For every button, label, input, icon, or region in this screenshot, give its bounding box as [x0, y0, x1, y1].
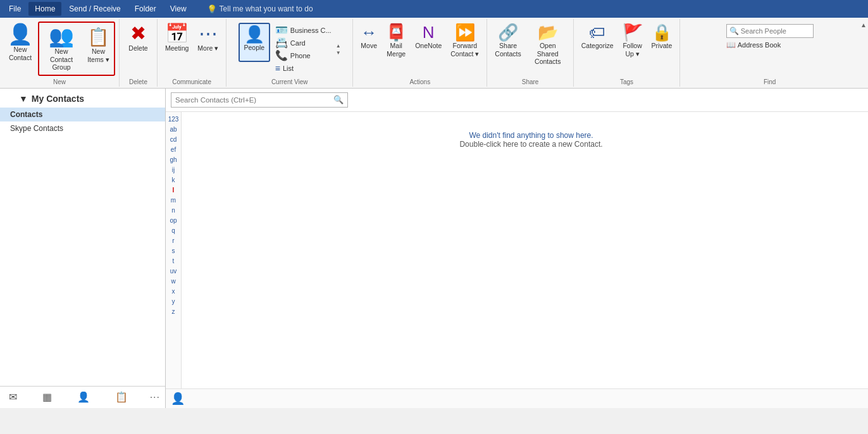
sidebar-item-contacts[interactable]: Contacts [0, 108, 165, 121]
nav-calendar-icon[interactable]: ▦ [39, 389, 56, 405]
search-people-wrapper: 🔍 [726, 24, 814, 38]
alpha-ef[interactable]: ef [166, 145, 181, 155]
more-icon: ⋯ [199, 24, 218, 43]
sidebar-item-skype-contacts[interactable]: Skype Contacts [0, 121, 165, 135]
alpha-n[interactable]: n [166, 206, 181, 216]
search-icon: 🔍 [729, 27, 739, 35]
card-label: Card [290, 39, 306, 47]
categorize-label: Categorize [581, 42, 614, 50]
tell-me-box[interactable]: 💡 Tell me what you want to do [207, 4, 313, 14]
contact-empty-state[interactable]: We didn't find anything to show here. Do… [194, 118, 868, 161]
address-book-button[interactable]: 📖 Address Book [726, 40, 814, 49]
new-items-button[interactable]: 📋 NewItems ▾ [84, 23, 113, 74]
search-people-input[interactable] [741, 27, 810, 35]
alpha-m[interactable]: m [166, 195, 181, 206]
card-icon: 📇 [275, 37, 288, 49]
share-contacts-button[interactable]: 🔗 ShareContacts [491, 22, 524, 61]
onenote-button[interactable]: N OneNote [411, 22, 445, 61]
forward-contact-label: ForwardContact ▾ [450, 42, 479, 58]
forward-contact-button[interactable]: ⏩ ForwardContact ▾ [447, 22, 483, 61]
tags-group-label: Tags [578, 77, 676, 87]
view-card-button[interactable]: 📇 Card [271, 37, 335, 49]
communicate-group-buttons: 📅 Meeting ⋯ More ▾ [161, 22, 222, 77]
alpha-z[interactable]: z [166, 307, 181, 317]
phone-icon: 📞 [275, 49, 288, 61]
mail-merge-button[interactable]: 📮 MailMerge [382, 22, 410, 61]
alpha-ab[interactable]: ab [166, 125, 181, 135]
meeting-button[interactable]: 📅 Meeting [161, 22, 192, 61]
ribbon: 👤 NewContact 👥 New ContactGroup 📋 NewIte… [0, 18, 868, 89]
menu-view[interactable]: View [164, 2, 193, 16]
new-contact-label: NewContact [9, 46, 32, 61]
nav-tasks-icon[interactable]: 📋 [111, 389, 132, 405]
view-phone-button[interactable]: 📞 Phone [271, 49, 335, 61]
nav-contacts-icon[interactable]: 👤 [73, 389, 94, 405]
alpha-y[interactable]: y [166, 297, 181, 307]
search-bar: 🔍 [166, 89, 868, 112]
alpha-123[interactable]: 123 [166, 115, 181, 125]
categorize-button[interactable]: 🏷 Categorize [578, 22, 617, 61]
ribbon-group-communicate: 📅 Meeting ⋯ More ▾ Communicate [158, 19, 226, 87]
alpha-ij[interactable]: ij [166, 165, 181, 175]
my-contacts-header[interactable]: ▼ My Contacts [0, 89, 165, 108]
alpha-t[interactable]: t [166, 256, 181, 266]
follow-up-button[interactable]: 🚩 FollowUp ▾ [619, 22, 647, 61]
import-contacts-icon[interactable]: 👤 [171, 392, 185, 406]
alpha-q[interactable]: q [166, 226, 181, 236]
new-group-label: New [4, 77, 115, 87]
delete-label: Delete [128, 44, 147, 53]
delete-button[interactable]: ✖ Delete [125, 22, 151, 61]
menu-folder[interactable]: Folder [128, 2, 163, 16]
alpha-k[interactable]: k [166, 175, 181, 185]
delete-group-buttons: ✖ Delete [125, 22, 151, 77]
private-label: Private [652, 42, 673, 50]
collapse-arrow-icon: ▼ [19, 94, 28, 104]
search-contacts-input[interactable] [175, 96, 333, 104]
lightbulb-icon: 💡 [207, 4, 217, 14]
new-contact-button[interactable]: 👤 NewContact [4, 22, 37, 64]
alpha-op[interactable]: op [166, 216, 181, 226]
actions-group-label: Actions [357, 77, 483, 87]
search-contacts-icon: 🔍 [333, 95, 344, 104]
empty-line2: Double-click here to create a new Contac… [459, 140, 602, 149]
nav-more-icon[interactable]: ··· [150, 392, 160, 403]
ribbon-group-actions: ↔ Move 📮 MailMerge N OneNote ⏩ ForwardCo… [353, 19, 487, 87]
move-button[interactable]: ↔ Move [357, 22, 381, 61]
highlighted-new-group: 👥 New ContactGroup 📋 NewItems ▾ [38, 22, 115, 76]
open-shared-contacts-button[interactable]: 📂 Open SharedContacts [526, 22, 569, 68]
actions-group-buttons: ↔ Move 📮 MailMerge N OneNote ⏩ ForwardCo… [357, 22, 483, 77]
nav-mail-icon[interactable]: ✉ [5, 389, 21, 405]
meeting-label: Meeting [165, 44, 189, 53]
view-list-button[interactable]: ≡ List [271, 62, 335, 74]
view-businesscard-button[interactable]: 🪪 Business C... [271, 24, 335, 36]
menu-send-receive[interactable]: Send / Receive [63, 2, 127, 16]
alpha-uv[interactable]: uv [166, 266, 181, 276]
alpha-cd[interactable]: cd [166, 135, 181, 145]
scroll-down-icon[interactable]: ▼ [336, 50, 341, 56]
ribbon-collapse-button[interactable]: ▲ [859, 19, 868, 87]
alpha-r[interactable]: r [166, 236, 181, 246]
address-book-icon: 📖 [726, 40, 736, 49]
more-button[interactable]: ⋯ More ▾ [194, 22, 222, 61]
menu-file[interactable]: File [3, 2, 27, 16]
contact-body: 123 ab cd ef gh ij k l m n op q r s t uv… [166, 112, 868, 388]
alpha-x[interactable]: x [166, 287, 181, 297]
private-button[interactable]: 🔒 Private [648, 22, 676, 61]
menu-home[interactable]: Home [28, 2, 61, 16]
alpha-gh[interactable]: gh [166, 155, 181, 165]
view-people-button[interactable]: 👤 People [239, 23, 270, 62]
alpha-s[interactable]: s [166, 246, 181, 256]
sidebar: ▼ My Contacts Contacts Skype Contacts ✉ … [0, 89, 166, 408]
find-group-label: Find [684, 77, 855, 87]
open-shared-contacts-label: Open SharedContacts [530, 42, 566, 66]
new-contact-group-button[interactable]: 👥 New ContactGroup [40, 23, 83, 74]
scroll-up-icon[interactable]: ▲ [336, 43, 341, 49]
categorize-icon: 🏷 [589, 24, 605, 40]
new-contact-group-icon: 👥 [49, 26, 74, 46]
businesscard-label: Business C... [290, 27, 332, 34]
alpha-w[interactable]: w [166, 276, 181, 287]
alpha-l[interactable]: l [166, 185, 181, 195]
ribbon-content: 👤 NewContact 👥 New ContactGroup 📋 NewIte… [0, 18, 868, 88]
meeting-icon: 📅 [165, 24, 189, 43]
my-contacts-label: My Contacts [32, 94, 84, 104]
